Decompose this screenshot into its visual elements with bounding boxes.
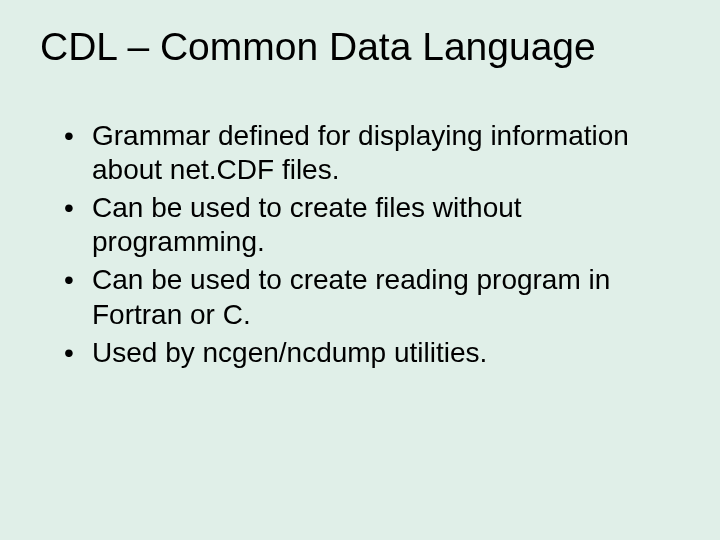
list-item: Can be used to create reading program in… — [64, 263, 680, 331]
slide: CDL – Common Data Language Grammar defin… — [0, 0, 720, 540]
list-item: Can be used to create files without prog… — [64, 191, 680, 259]
bullet-list: Grammar defined for displaying informati… — [40, 119, 680, 370]
list-item: Used by ncgen/ncdump utilities. — [64, 336, 680, 370]
slide-title: CDL – Common Data Language — [40, 24, 680, 71]
list-item: Grammar defined for displaying informati… — [64, 119, 680, 187]
